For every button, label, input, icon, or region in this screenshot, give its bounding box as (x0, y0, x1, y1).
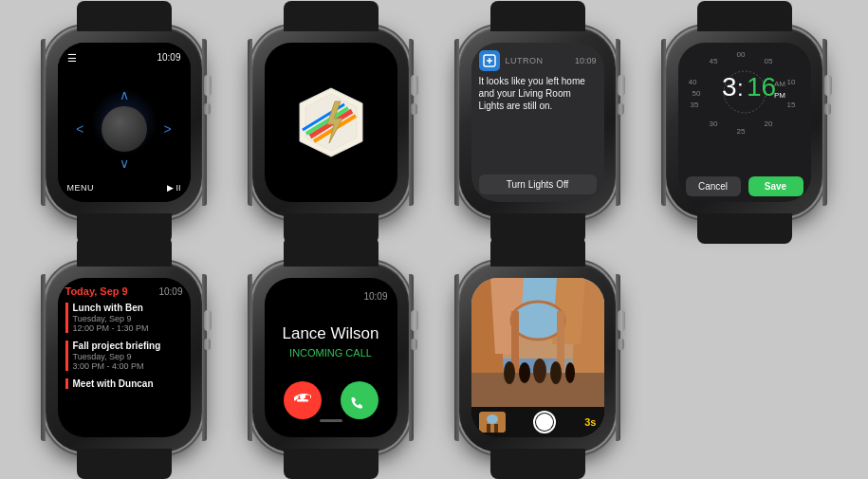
watch-body-2 (252, 28, 409, 217)
watch-body-7: 3s (459, 263, 616, 452)
svg-point-34 (511, 302, 564, 340)
crown-6 (411, 310, 418, 331)
screen-5: Today, Sep 9 10:09 Lunch with Ben Tuesda… (58, 278, 191, 437)
screen-7: 3s (471, 278, 604, 437)
turn-lights-off-button[interactable]: Turn Lights Off (479, 175, 597, 194)
screen-6: 10:09 Lance Wilson INCOMING CALL (265, 278, 397, 437)
cancel-button[interactable]: Cancel (686, 176, 741, 196)
left-arrow-icon[interactable]: < (76, 121, 83, 137)
calendar-today-label: Today, Sep 9 (65, 286, 128, 297)
svg-point-42 (565, 362, 575, 383)
strap-top-2 (284, 1, 379, 31)
call-status-label: INCOMING CALL (289, 347, 372, 359)
lutron-icon (479, 50, 500, 71)
event-time-1: 12:00 PM - 1:30 PM (73, 323, 183, 333)
remote-row-top: ∧ (120, 87, 129, 102)
camera-controls-bar: 3s (471, 407, 604, 437)
play-pause-icon[interactable]: ▶ II (167, 183, 181, 193)
screen-3: LUTRON 10:09 It looks like you left home… (471, 43, 604, 202)
call-buttons (284, 381, 379, 419)
svg-text:PM: PM (774, 91, 785, 100)
calendar-header: Today, Sep 9 10:09 (65, 286, 183, 297)
event-date-1: Tuesday, Sep 9 (73, 314, 183, 323)
watch-body-6: 10:09 Lance Wilson INCOMING CALL (252, 263, 409, 452)
lutron-logo-svg (483, 54, 496, 67)
crown-4 (824, 75, 832, 96)
svg-rect-45 (487, 424, 490, 433)
crown-small-7 (618, 339, 624, 350)
crown-2 (411, 75, 418, 96)
svg-text:10: 10 (786, 78, 795, 86)
event-date-2: Tuesday, Sep 9 (73, 352, 183, 361)
notif-time: 10:09 (575, 56, 597, 65)
menu-label: MENU (67, 183, 95, 193)
time-dial[interactable]: 00 05 10 15 20 25 30 35 40 45 50 (689, 48, 801, 136)
timepicker-screen: 00 05 10 15 20 25 30 35 40 45 50 (678, 43, 811, 202)
photo-screen: 3s (471, 278, 604, 437)
crown-small-2 (411, 103, 417, 115)
decline-call-button[interactable] (284, 381, 322, 419)
watch-calendar: Today, Sep 9 10:09 Lunch with Ben Tuesda… (25, 244, 224, 471)
strap-bottom-7 (490, 449, 585, 479)
calendar-event-2[interactable]: Fall project briefing Tuesday, Sep 9 3:0… (65, 341, 183, 371)
call-indicator-bar (320, 419, 342, 422)
photo-preview (471, 278, 604, 407)
watch-badge (231, 9, 431, 236)
svg-text:AM: AM (774, 80, 785, 88)
svg-text:16: 16 (747, 72, 776, 101)
watch-body-4: 00 05 10 15 20 25 30 35 40 45 50 (666, 28, 822, 217)
capture-inner (536, 414, 553, 431)
watch-remote: ☰ 10:09 ∧ < > ∨ (25, 9, 224, 236)
watch-phonecall: 10:09 Lance Wilson INCOMING CALL (231, 244, 431, 471)
svg-text:05: 05 (764, 57, 772, 65)
caller-name: Lance Wilson (282, 324, 379, 343)
menu-icon: ☰ (67, 52, 77, 64)
lutron-screen: LUTRON 10:09 It looks like you left home… (471, 43, 604, 202)
strap-top-6 (284, 236, 379, 267)
svg-rect-27 (297, 399, 308, 402)
capture-button[interactable] (533, 411, 556, 433)
svg-text::: : (737, 75, 744, 101)
svg-text:20: 20 (764, 120, 772, 128)
svg-point-44 (487, 415, 498, 424)
remote-screen: ☰ 10:09 ∧ < > ∨ (58, 43, 191, 202)
svg-point-41 (550, 361, 562, 384)
svg-text:25: 25 (736, 127, 745, 136)
event-time-2: 3:00 PM - 4:00 PM (73, 361, 183, 371)
accept-call-button[interactable] (341, 381, 379, 419)
crown-1 (204, 75, 212, 96)
svg-point-38 (504, 361, 515, 384)
right-arrow-icon[interactable]: > (164, 121, 172, 137)
lutron-app-name: LUTRON (506, 56, 544, 65)
app-badge-icon (293, 84, 369, 160)
event-title-2: Fall project briefing (73, 341, 183, 352)
watch-body-5: Today, Sep 9 10:09 Lunch with Ben Tuesda… (46, 263, 202, 452)
strap-bottom-4 (697, 213, 792, 244)
badge-screen (265, 43, 397, 202)
remote-center-btn[interactable] (102, 106, 147, 152)
svg-text:40: 40 (689, 78, 697, 86)
timer-label[interactable]: 3s (584, 416, 596, 428)
save-button[interactable]: Save (748, 176, 803, 196)
svg-text:30: 30 (709, 120, 717, 128)
calendar-time: 10:09 (158, 286, 182, 297)
watches-grid: ☰ 10:09 ∧ < > ∨ (17, 1, 852, 479)
screen-1: ☰ 10:09 ∧ < > ∨ (58, 43, 191, 202)
watch-body-1: ☰ 10:09 ∧ < > ∨ (46, 28, 202, 217)
up-arrow-icon[interactable]: ∧ (120, 87, 129, 102)
crown-7 (618, 310, 625, 331)
calendar-event-1[interactable]: Lunch with Ben Tuesday, Sep 9 12:00 PM -… (65, 303, 183, 333)
svg-text:50: 50 (692, 89, 700, 98)
thumbnail-svg (479, 412, 506, 433)
photo-thumbnail[interactable] (479, 412, 506, 433)
notification-header: LUTRON 10:09 (479, 50, 597, 71)
svg-text:3: 3 (722, 72, 737, 101)
photo-preview-svg (471, 278, 604, 407)
down-arrow-icon[interactable]: ∨ (120, 156, 129, 171)
crown-small-5 (204, 339, 211, 350)
decline-icon (294, 392, 311, 409)
calendar-event-3[interactable]: Meet with Duncan (65, 378, 183, 389)
crown-small-6 (411, 339, 417, 350)
screen-2 (265, 43, 397, 202)
clock-dial-svg: 00 05 10 15 20 25 30 35 40 45 50 (689, 48, 801, 136)
